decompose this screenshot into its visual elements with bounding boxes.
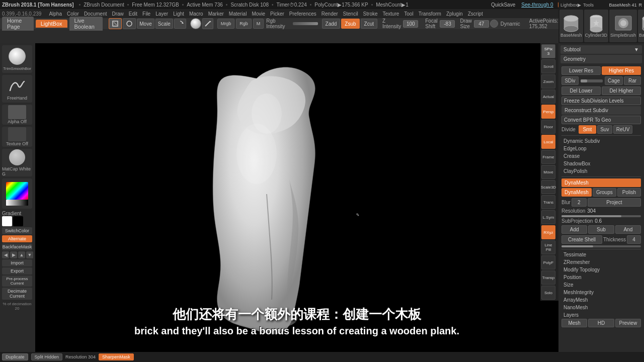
dynamic-toggle[interactable] — [490, 20, 498, 28]
lsym-btn[interactable]: L.Sym — [541, 210, 555, 224]
crease-item[interactable]: Crease — [561, 152, 641, 160]
reconstruct-subdiv-header[interactable]: Reconstruct Subdiv — [561, 106, 641, 115]
polish-btn[interactable]: Polish — [617, 188, 641, 197]
sharpen-mask-btn[interactable]: SharpenMask — [99, 353, 134, 360]
arraymesh-item[interactable]: ArrayMesh — [561, 296, 641, 304]
local-btn[interactable]: Local — [541, 135, 555, 149]
tab-live-boolean[interactable]: Live Boolean — [69, 17, 103, 31]
tab-home[interactable]: Home Page — [2, 17, 34, 31]
trans-btn[interactable]: Trans — [541, 195, 555, 209]
menu-marker[interactable]: Marker — [207, 11, 225, 17]
menu-stroke[interactable]: Stroke — [362, 11, 379, 17]
color-picker-tool[interactable] — [2, 178, 32, 209]
menu-draw[interactable]: Draw — [110, 11, 125, 17]
size-item[interactable]: Size — [561, 281, 641, 289]
hd-btn[interactable]: HD — [588, 319, 614, 327]
layers-item[interactable]: Layers — [561, 311, 641, 319]
rxyz-btn[interactable]: RXyz — [541, 225, 555, 239]
simplebrush-thumb[interactable]: SimpleBrush — [609, 10, 637, 42]
del-higher-btn[interactable]: Del Higher — [602, 86, 641, 95]
higher-res-btn[interactable]: Higher Res — [602, 66, 641, 75]
nanomesh-item[interactable]: NanoMesh — [561, 304, 641, 311]
menu-texture[interactable]: Texture — [381, 11, 401, 17]
groups-btn[interactable]: Groups — [593, 188, 616, 197]
scale3d-btn[interactable]: Scale3D — [541, 180, 555, 194]
dyname-btn[interactable]: DynaMesh — [561, 188, 592, 197]
thickness-slider[interactable] — [561, 245, 641, 247]
subtool-header[interactable]: Subtool ▼ — [560, 45, 642, 54]
focal-shift-value[interactable]: -83 — [440, 20, 455, 28]
suv-btn[interactable]: Suv — [597, 125, 612, 134]
convert-bpr-btn[interactable]: Convert BPR To Geo — [561, 116, 641, 124]
sphere-brush-icon[interactable] — [190, 18, 201, 29]
decimate-btn[interactable]: Decimate Current — [2, 288, 32, 300]
menu-material[interactable]: Material — [227, 11, 249, 17]
menu-file[interactable]: File — [141, 11, 152, 17]
export-btn[interactable]: Export — [2, 267, 32, 275]
scroll-btn[interactable]: Scroll — [541, 59, 555, 73]
menu-picker[interactable]: Picker — [269, 11, 286, 17]
mrgb-btn[interactable]: Mrgb — [217, 19, 235, 29]
menu-render[interactable]: Render — [320, 11, 340, 17]
transp-btn[interactable]: Transp — [541, 270, 555, 285]
menu-light[interactable]: Light — [172, 11, 186, 17]
see-through-btn[interactable]: See-through 0 — [520, 2, 554, 8]
solo-btn[interactable]: Solo — [541, 286, 555, 300]
polyf-btn[interactable]: PolyF — [541, 255, 555, 269]
modify-topology-item[interactable]: Modify Topology — [561, 266, 641, 274]
menu-movie[interactable]: Movie — [250, 11, 267, 17]
rar-btn[interactable]: Rar — [624, 76, 641, 85]
zremesher-item[interactable]: ZRemesher — [561, 258, 641, 266]
project-btn[interactable]: Project — [588, 198, 641, 207]
dynamic-subdiv-item[interactable]: Dynamic Subdiv — [561, 137, 641, 145]
rgb-intensity-bar[interactable] — [293, 22, 317, 25]
zadd-btn[interactable]: Zadd — [322, 19, 341, 29]
quicksave-btn[interactable]: QuickSave — [490, 2, 517, 8]
alternate-btn[interactable]: Alternate — [2, 235, 32, 242]
swatch-white[interactable] — [2, 216, 12, 226]
smt-btn[interactable]: Smt — [579, 125, 596, 134]
actual-btn[interactable]: Actual — [541, 89, 555, 104]
dyname-section-header[interactable]: DynaMesh — [561, 178, 641, 187]
move-3d-btn[interactable]: Move — [541, 165, 555, 179]
edit-mode-btn[interactable] — [109, 18, 122, 29]
position-item[interactable]: Position — [561, 274, 641, 281]
swatch-black[interactable] — [13, 216, 23, 226]
menu-tool[interactable]: Tool — [403, 11, 415, 17]
menu-stencil[interactable]: Stencil — [342, 11, 360, 17]
stroke-type-btn[interactable] — [202, 18, 213, 29]
preview-btn[interactable]: Preview — [615, 319, 641, 327]
del-lower-btn[interactable]: Del Lower — [561, 86, 601, 95]
sub-btn[interactable]: Sub — [588, 225, 614, 234]
menu-zscript[interactable]: Zscript — [466, 11, 485, 17]
tab-lightbox[interactable]: LightBox — [36, 20, 67, 28]
down-btn[interactable]: ▼ — [26, 251, 33, 258]
rgb-btn[interactable]: Rgb — [236, 19, 252, 29]
blur-value[interactable]: 2 — [572, 198, 587, 207]
freeze-subdiv-btn[interactable]: Freeze SubDivision Levels — [561, 97, 641, 105]
next-btn[interactable]: ▶ — [10, 251, 17, 258]
reuv-btn[interactable]: ReUV — [613, 125, 633, 134]
rotate-btn[interactable] — [174, 19, 186, 29]
frame-btn[interactable]: Frame — [541, 150, 555, 164]
create-shell-btn[interactable]: Create Shell — [561, 235, 602, 244]
duplicate-btn[interactable]: Duplicate — [2, 353, 28, 360]
zcut-btn[interactable]: Zcut — [361, 19, 377, 29]
cylinder3d-thumb[interactable]: Cylinder3D — [584, 10, 609, 42]
switch-color-btn[interactable]: SwitchColor — [2, 227, 32, 234]
move-btn[interactable]: Move — [137, 19, 154, 29]
lower-res-btn[interactable]: Lower Res — [561, 66, 601, 75]
zoom-btn[interactable]: Zoom — [541, 74, 555, 88]
freehand-tool[interactable]: FreeHand — [2, 75, 32, 103]
floor-btn[interactable]: Floor — [541, 120, 555, 134]
claypolish-item[interactable]: ClayPolish — [561, 167, 641, 175]
scale-btn[interactable]: Scale — [155, 19, 173, 29]
matcap-tool[interactable]: MatCap White G — [2, 149, 32, 176]
z-intensity-value[interactable]: 100 — [403, 20, 418, 28]
prev-btn[interactable]: ◀ — [2, 251, 9, 258]
menu-alpha[interactable]: Alpha — [47, 11, 63, 17]
and-btn[interactable]: And — [615, 225, 641, 234]
import-btn[interactable]: Import — [2, 259, 32, 266]
draw-mode-btn[interactable] — [123, 18, 136, 29]
menu-layer[interactable]: Layer — [154, 11, 170, 17]
